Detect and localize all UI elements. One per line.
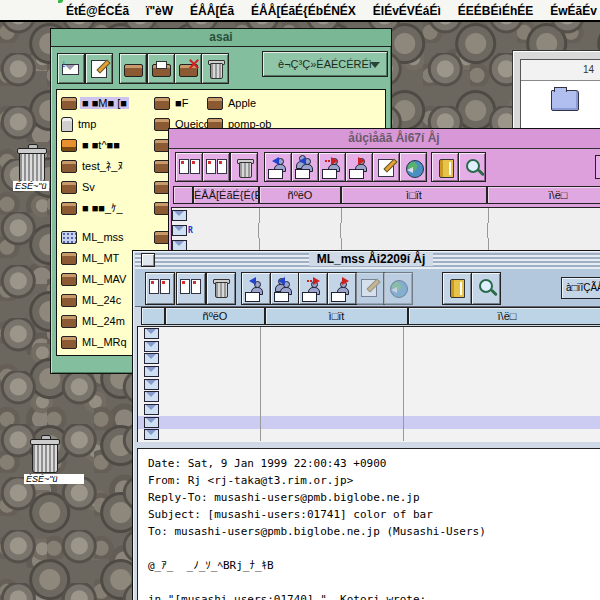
pages-button[interactable]	[175, 152, 203, 182]
mlmss-window: ML_mss Åi2209í Åj à□ïîÇÃÅ ñºëO ì□ït ï\ë□…	[132, 250, 600, 600]
reply-all-button[interactable]	[270, 272, 300, 305]
column-header-name[interactable]: ñºëO	[165, 307, 265, 325]
envelope-icon	[144, 404, 159, 415]
basket-icon	[207, 97, 223, 110]
basket-icon	[61, 252, 77, 265]
mailbox-item[interactable]: ■F	[154, 95, 190, 111]
mailbox-item[interactable]: Apple	[207, 95, 258, 111]
basket-mail-button[interactable]	[147, 53, 175, 84]
book-button[interactable]	[431, 152, 459, 182]
trash-button[interactable]	[206, 272, 236, 305]
reply-button[interactable]	[241, 272, 271, 305]
book-button[interactable]	[442, 272, 472, 305]
globe-button[interactable]	[399, 152, 427, 182]
mailbox-item[interactable]: test_ﾈ_ﾇ	[61, 158, 125, 174]
compose-button[interactable]	[355, 272, 385, 305]
globe-button[interactable]	[383, 272, 413, 305]
redirect-button[interactable]	[345, 152, 373, 182]
basket-icon	[61, 202, 77, 215]
mlmss-column-headers: ñºëO ì□ït ï\ë□	[135, 307, 600, 325]
mailbox-item[interactable]: ML_24c	[61, 292, 123, 308]
inbox-overflow-button[interactable]: à□	[595, 155, 600, 179]
menu-item-2[interactable]: ÉÅÅ[Éã	[190, 4, 234, 18]
basket-icon	[61, 273, 77, 286]
bag-icon	[61, 117, 73, 132]
compose-button[interactable]	[372, 152, 400, 182]
mailbox-item-label: ML_24c	[80, 294, 123, 306]
mailbox-item-label: tmp	[76, 118, 98, 130]
menu-item-4[interactable]: ÉIÉvÉVÉáÉì	[373, 4, 441, 18]
magnifier-button[interactable]	[471, 272, 501, 305]
column-header-icon[interactable]	[141, 307, 165, 325]
mail-in-button[interactable]: ↓	[57, 53, 85, 84]
envelope-icon	[172, 210, 187, 221]
mailbox-item[interactable]: ML_mss	[61, 229, 126, 245]
basket-icon	[61, 294, 77, 307]
pages-button[interactable]	[145, 272, 175, 305]
mailbox-item[interactable]: ■ ■■_ｹ_	[61, 200, 125, 216]
column-header-mailbox[interactable]: ÉÅÅ[ÉãÉ{É(É...	[193, 186, 259, 204]
inbox-title-bar[interactable]: åüçìåâã Åi67í Åj	[169, 129, 600, 149]
menu-item-3[interactable]: ÉÅÅ[ÉãÉ{ÉbÉNÉX	[251, 4, 356, 18]
pages-button[interactable]	[176, 272, 206, 305]
forward-button[interactable]	[298, 272, 328, 305]
mailbox-item[interactable]: ■ ■t^■■	[61, 137, 122, 153]
message-row[interactable]	[138, 416, 600, 429]
basket-x-button[interactable]	[174, 53, 202, 84]
mlmss-overflow-button[interactable]: à□ïîÇÃÅ	[561, 277, 600, 299]
reply-all-button[interactable]	[291, 152, 319, 182]
column-header-subject[interactable]: ï\ë□	[408, 307, 600, 325]
compose-button[interactable]	[85, 53, 113, 84]
mailbox-item[interactable]: ■ ■M■ [■	[61, 95, 129, 111]
message-row[interactable]	[138, 365, 600, 378]
mailbox-item[interactable]: ML_MT	[61, 250, 121, 266]
basket-icon	[154, 97, 170, 110]
mailbox-item-label: ■ ■■_ｹ_	[80, 202, 125, 214]
message-row[interactable]	[138, 352, 600, 365]
column-header-subject[interactable]: ï\ë□	[487, 186, 600, 204]
mailbox-item[interactable]: ML_MAV	[61, 271, 128, 287]
mailbox-item[interactable]: tmp	[61, 116, 98, 132]
redirect-button[interactable]	[327, 272, 357, 305]
envelope-icon	[144, 391, 159, 402]
mailbox-item-label: ML_24m	[80, 315, 127, 327]
message-row[interactable]	[138, 403, 600, 416]
reply-button[interactable]	[264, 152, 292, 182]
menu-item-0[interactable]: ÉtÉ@ÉCÉã	[66, 4, 129, 18]
message-row[interactable]	[138, 378, 600, 391]
column-header-icon[interactable]	[173, 186, 193, 204]
column-header-date[interactable]: ì□ït	[341, 186, 487, 204]
trash-button[interactable]	[230, 152, 258, 182]
trash-icon[interactable]	[19, 152, 45, 182]
mailbox-item[interactable]: ML_MRq	[61, 334, 129, 350]
asai-title-bar[interactable]: asai	[51, 29, 391, 47]
basket-icon	[61, 181, 77, 194]
column-header-name[interactable]: ñºëO	[259, 186, 341, 204]
trash-button[interactable]	[201, 53, 229, 84]
mailbox-item[interactable]: ML_24m	[61, 313, 127, 329]
forward-button[interactable]	[318, 152, 346, 182]
trash-label-2: ÉSÉ~"ü	[24, 474, 84, 484]
mailbox-item-label: ML_MT	[80, 252, 121, 264]
menu-item-1[interactable]: ï"èW	[146, 4, 173, 18]
icon-size-dropdown[interactable]: è¬Ç³Ç»ÉAÉCÉRÉì	[262, 51, 388, 77]
message-row[interactable]	[138, 429, 600, 442]
menu-item-5[interactable]: ÉEÉBÉìÉhÉE	[458, 4, 533, 18]
message-row[interactable]	[172, 208, 600, 223]
folder-icon[interactable]	[551, 90, 579, 111]
message-row[interactable]	[138, 327, 600, 340]
mailbox-item-label: Apple	[226, 97, 258, 109]
column-header-date[interactable]: ì□ït	[265, 307, 408, 325]
menu-item-6[interactable]: ÉwÉãÉv	[550, 4, 597, 18]
mailbox-item[interactable]: Sv	[61, 179, 97, 195]
basket-button[interactable]	[119, 53, 147, 84]
message-row[interactable]	[138, 390, 600, 403]
message-pane[interactable]: Date: Sat, 9 Jan 1999 22:00:43 +0900 Fro…	[137, 448, 600, 600]
message-row[interactable]	[138, 340, 600, 353]
menu-bar: ÉtÉ@ÉCÉãï"èWÉÅÅ[ÉãÉÅÅ[ÉãÉ{ÉbÉNÉXÉIÉvÉVÉá…	[0, 0, 600, 22]
pages-button[interactable]	[202, 152, 230, 182]
message-row[interactable]: R	[172, 223, 600, 238]
trash-icon-2[interactable]	[32, 443, 58, 473]
basket-icon	[61, 336, 77, 349]
magnifier-button[interactable]	[458, 152, 486, 182]
